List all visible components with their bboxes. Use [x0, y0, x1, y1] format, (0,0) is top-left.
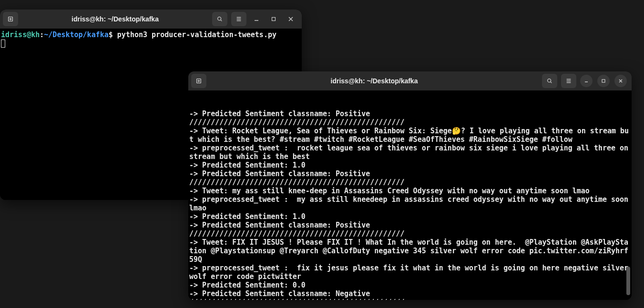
cursor: [1, 40, 5, 48]
command-text: python3 producer-validation-tweets.py: [113, 30, 276, 39]
titlebar[interactable]: idriss@kh: ~/Desktop/kafka: [188, 71, 632, 90]
minimize-button[interactable]: [580, 75, 593, 87]
new-tab-button[interactable]: [3, 12, 18, 26]
prompt-user: idriss@kh: [1, 30, 40, 39]
menu-button[interactable]: [561, 74, 576, 88]
terminal-output: -> Predicted Sentiment classname: Positi…: [189, 109, 631, 300]
window-title: idriss@kh: ~/Desktop/kafka: [210, 77, 538, 85]
prompt-symbol: $: [109, 30, 113, 39]
terminal-body[interactable]: -> Predicted Sentiment classname: Positi…: [188, 90, 632, 300]
close-button[interactable]: [614, 75, 627, 87]
search-button[interactable]: [212, 12, 227, 26]
svg-point-15: [548, 79, 551, 82]
new-tab-button[interactable]: [191, 74, 206, 88]
svg-line-16: [551, 82, 552, 83]
window-controls: [250, 13, 299, 25]
maximize-button[interactable]: [597, 75, 610, 87]
menu-button[interactable]: [231, 12, 246, 26]
svg-point-3: [218, 17, 221, 20]
minimize-button[interactable]: [250, 13, 263, 25]
prompt-colon: :: [40, 30, 44, 39]
close-button[interactable]: [285, 13, 297, 25]
search-button[interactable]: [542, 74, 557, 88]
scrollbar[interactable]: [626, 267, 630, 295]
prompt-path: ~/Desktop/kafka: [44, 30, 108, 39]
window-title: idriss@kh: ~/Desktop/kafka: [22, 15, 208, 23]
svg-line-4: [221, 20, 222, 21]
terminal-window-consumer[interactable]: idriss@kh: ~/Desktop/kafka -> Predicted …: [188, 71, 632, 300]
titlebar[interactable]: idriss@kh: ~/Desktop/kafka: [0, 10, 302, 29]
maximize-button[interactable]: [267, 13, 280, 25]
svg-rect-9: [272, 18, 276, 21]
svg-rect-21: [602, 79, 605, 82]
window-controls: [580, 75, 629, 87]
